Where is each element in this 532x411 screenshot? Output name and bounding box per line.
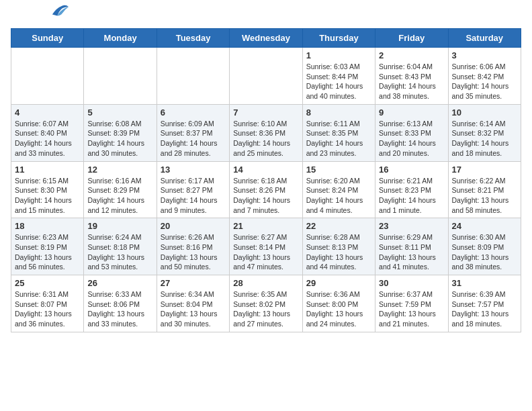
- day-info: Sunrise: 6:35 AM Sunset: 8:02 PM Dayligh…: [233, 289, 298, 329]
- calendar-cell: 27Sunrise: 6:34 AM Sunset: 8:04 PM Dayli…: [157, 275, 229, 332]
- calendar-cell: 30Sunrise: 6:37 AM Sunset: 7:59 PM Dayli…: [375, 275, 448, 332]
- day-number: 7: [233, 107, 298, 118]
- day-info: Sunrise: 6:36 AM Sunset: 8:00 PM Dayligh…: [306, 289, 371, 329]
- day-info: Sunrise: 6:31 AM Sunset: 8:07 PM Dayligh…: [15, 289, 80, 329]
- calendar-cell: 6Sunrise: 6:09 AM Sunset: 8:37 PM Daylig…: [157, 104, 229, 161]
- calendar-cell: [11, 48, 84, 105]
- calendar-cell: 15Sunrise: 6:20 AM Sunset: 8:24 PM Dayli…: [302, 161, 375, 218]
- day-number: 10: [452, 107, 517, 118]
- day-info: Sunrise: 6:34 AM Sunset: 8:04 PM Dayligh…: [161, 289, 226, 329]
- calendar-cell: 9Sunrise: 6:13 AM Sunset: 8:33 PM Daylig…: [375, 104, 448, 161]
- day-info: Sunrise: 6:23 AM Sunset: 8:19 PM Dayligh…: [15, 232, 80, 272]
- calendar-cell: 18Sunrise: 6:23 AM Sunset: 8:19 PM Dayli…: [11, 218, 84, 275]
- calendar-cell: 22Sunrise: 6:28 AM Sunset: 8:13 PM Dayli…: [302, 218, 375, 275]
- day-number: 19: [87, 221, 152, 231]
- day-number: 31: [452, 278, 517, 288]
- column-header-sunday: Sunday: [11, 29, 84, 48]
- day-info: Sunrise: 6:29 AM Sunset: 8:11 PM Dayligh…: [379, 232, 444, 272]
- day-info: Sunrise: 6:13 AM Sunset: 8:33 PM Dayligh…: [379, 119, 444, 158]
- day-info: Sunrise: 6:08 AM Sunset: 8:39 PM Dayligh…: [87, 119, 152, 158]
- day-number: 25: [15, 278, 80, 288]
- calendar-cell: 1Sunrise: 6:03 AM Sunset: 8:44 PM Daylig…: [302, 48, 375, 105]
- day-number: 29: [306, 278, 371, 288]
- day-number: 23: [379, 221, 444, 231]
- day-info: Sunrise: 6:21 AM Sunset: 8:23 PM Dayligh…: [379, 176, 444, 216]
- column-header-monday: Monday: [84, 29, 157, 48]
- day-number: 4: [15, 107, 80, 118]
- day-info: Sunrise: 6:27 AM Sunset: 8:14 PM Dayligh…: [233, 232, 298, 272]
- calendar-cell: 8Sunrise: 6:11 AM Sunset: 8:35 PM Daylig…: [302, 104, 375, 161]
- column-header-thursday: Thursday: [302, 29, 375, 48]
- day-info: Sunrise: 6:22 AM Sunset: 8:21 PM Dayligh…: [452, 176, 517, 216]
- calendar-table: SundayMondayTuesdayWednesdayThursdayFrid…: [11, 28, 521, 332]
- calendar-cell: 29Sunrise: 6:36 AM Sunset: 8:00 PM Dayli…: [302, 275, 375, 332]
- calendar-cell: 26Sunrise: 6:33 AM Sunset: 8:06 PM Dayli…: [84, 275, 157, 332]
- calendar-week-row: 25Sunrise: 6:31 AM Sunset: 8:07 PM Dayli…: [11, 275, 521, 332]
- calendar-cell: 14Sunrise: 6:18 AM Sunset: 8:26 PM Dayli…: [230, 161, 302, 218]
- column-header-friday: Friday: [375, 29, 448, 48]
- calendar-cell: 12Sunrise: 6:16 AM Sunset: 8:29 PM Dayli…: [84, 161, 157, 218]
- day-number: 6: [161, 107, 226, 118]
- day-info: Sunrise: 6:16 AM Sunset: 8:29 PM Dayligh…: [87, 176, 152, 216]
- calendar-cell: 17Sunrise: 6:22 AM Sunset: 8:21 PM Dayli…: [448, 161, 521, 218]
- day-number: 27: [161, 278, 226, 288]
- day-info: Sunrise: 6:14 AM Sunset: 8:32 PM Dayligh…: [452, 119, 517, 158]
- calendar-cell: 3Sunrise: 6:06 AM Sunset: 8:42 PM Daylig…: [448, 48, 521, 105]
- day-number: 22: [306, 221, 371, 231]
- calendar-week-row: 1Sunrise: 6:03 AM Sunset: 8:44 PM Daylig…: [11, 48, 521, 105]
- day-info: Sunrise: 6:06 AM Sunset: 8:42 PM Dayligh…: [452, 62, 517, 101]
- day-info: Sunrise: 6:33 AM Sunset: 8:06 PM Dayligh…: [87, 289, 152, 329]
- calendar-week-row: 18Sunrise: 6:23 AM Sunset: 8:19 PM Dayli…: [11, 218, 521, 275]
- day-number: 2: [379, 50, 444, 60]
- column-header-saturday: Saturday: [448, 29, 521, 48]
- logo-bird-icon: [51, 3, 70, 17]
- calendar-cell: 13Sunrise: 6:17 AM Sunset: 8:27 PM Dayli…: [157, 161, 229, 218]
- day-number: 18: [15, 221, 80, 231]
- logo: [11, 11, 70, 23]
- calendar-week-row: 4Sunrise: 6:07 AM Sunset: 8:40 PM Daylig…: [11, 104, 521, 161]
- day-info: Sunrise: 6:09 AM Sunset: 8:37 PM Dayligh…: [161, 119, 226, 158]
- day-info: Sunrise: 6:39 AM Sunset: 7:57 PM Dayligh…: [452, 289, 517, 329]
- day-number: 9: [379, 107, 444, 118]
- column-header-tuesday: Tuesday: [157, 29, 229, 48]
- day-number: 12: [87, 165, 152, 175]
- page-header: [11, 11, 521, 23]
- day-info: Sunrise: 6:24 AM Sunset: 8:18 PM Dayligh…: [87, 232, 152, 272]
- calendar-header-row: SundayMondayTuesdayWednesdayThursdayFrid…: [11, 29, 521, 48]
- day-number: 13: [161, 165, 226, 175]
- day-info: Sunrise: 6:30 AM Sunset: 8:09 PM Dayligh…: [452, 232, 517, 272]
- calendar-cell: 10Sunrise: 6:14 AM Sunset: 8:32 PM Dayli…: [448, 104, 521, 161]
- calendar-cell: [84, 48, 157, 105]
- calendar-cell: 4Sunrise: 6:07 AM Sunset: 8:40 PM Daylig…: [11, 104, 84, 161]
- calendar-cell: 20Sunrise: 6:26 AM Sunset: 8:16 PM Dayli…: [157, 218, 229, 275]
- calendar-week-row: 11Sunrise: 6:15 AM Sunset: 8:30 PM Dayli…: [11, 161, 521, 218]
- day-number: 1: [306, 50, 371, 60]
- day-info: Sunrise: 6:17 AM Sunset: 8:27 PM Dayligh…: [161, 176, 226, 216]
- calendar-cell: 16Sunrise: 6:21 AM Sunset: 8:23 PM Dayli…: [375, 161, 448, 218]
- calendar-cell: 7Sunrise: 6:10 AM Sunset: 8:36 PM Daylig…: [230, 104, 302, 161]
- calendar-cell: 19Sunrise: 6:24 AM Sunset: 8:18 PM Dayli…: [84, 218, 157, 275]
- calendar-cell: 21Sunrise: 6:27 AM Sunset: 8:14 PM Dayli…: [230, 218, 302, 275]
- day-number: 8: [306, 107, 371, 118]
- day-number: 26: [87, 278, 152, 288]
- day-number: 3: [452, 50, 517, 60]
- day-number: 5: [87, 107, 152, 118]
- day-info: Sunrise: 6:04 AM Sunset: 8:43 PM Dayligh…: [379, 62, 444, 101]
- day-info: Sunrise: 6:11 AM Sunset: 8:35 PM Dayligh…: [306, 119, 371, 158]
- day-number: 24: [452, 221, 517, 231]
- calendar-cell: 28Sunrise: 6:35 AM Sunset: 8:02 PM Dayli…: [230, 275, 302, 332]
- day-number: 28: [233, 278, 298, 288]
- day-number: 21: [233, 221, 298, 231]
- column-header-wednesday: Wednesday: [230, 29, 302, 48]
- day-number: 16: [379, 165, 444, 175]
- day-number: 15: [306, 165, 371, 175]
- calendar-cell: 11Sunrise: 6:15 AM Sunset: 8:30 PM Dayli…: [11, 161, 84, 218]
- calendar-cell: [230, 48, 302, 105]
- day-number: 17: [452, 165, 517, 175]
- calendar-cell: 25Sunrise: 6:31 AM Sunset: 8:07 PM Dayli…: [11, 275, 84, 332]
- day-info: Sunrise: 6:10 AM Sunset: 8:36 PM Dayligh…: [233, 119, 298, 158]
- day-number: 20: [161, 221, 226, 231]
- day-number: 11: [15, 165, 80, 175]
- calendar-cell: [157, 48, 229, 105]
- day-info: Sunrise: 6:28 AM Sunset: 8:13 PM Dayligh…: [306, 232, 371, 272]
